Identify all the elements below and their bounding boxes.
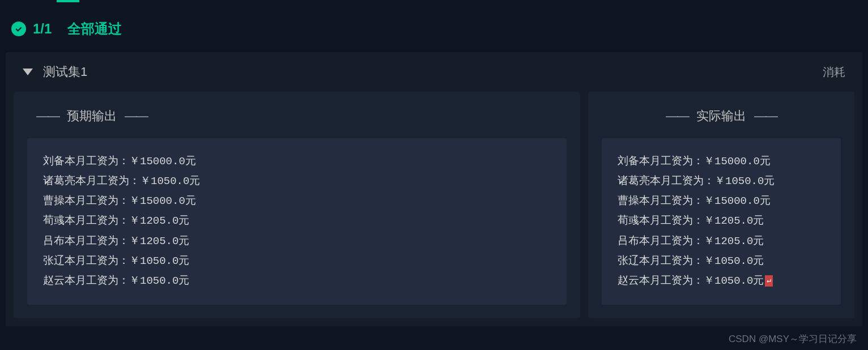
actual-label: 实际输出 bbox=[693, 108, 750, 125]
output-line: 张辽本月工资为：￥1050.0元 bbox=[43, 251, 551, 271]
status-bar: 1/1 全部通过 bbox=[0, 0, 868, 52]
dash-right-icon: —— bbox=[125, 109, 147, 123]
output-line: 刘备本月工资为：￥15000.0元 bbox=[618, 152, 825, 172]
caret-down-icon bbox=[23, 69, 33, 75]
expected-output-box: 刘备本月工资为：￥15000.0元诸葛亮本月工资为：￥1050.0元曹操本月工资… bbox=[27, 138, 567, 305]
pass-label: 全部通过 bbox=[67, 20, 122, 38]
output-line: 曹操本月工资为：￥15000.0元 bbox=[618, 191, 825, 211]
actual-label-wrap: —— 实际输出 —— bbox=[588, 92, 854, 138]
watermark: CSDN @MSY～学习日记分享 bbox=[729, 332, 857, 345]
check-circle-icon bbox=[11, 22, 26, 36]
dash-left-icon: —— bbox=[36, 109, 59, 123]
output-line: 吕布本月工资为：￥1205.0元 bbox=[618, 232, 825, 251]
expected-label: 预期输出 bbox=[63, 108, 120, 125]
actual-output-box: 刘备本月工资为：￥15000.0元诸葛亮本月工资为：￥1050.0元曹操本月工资… bbox=[602, 138, 841, 305]
output-container: —— 预期输出 —— 刘备本月工资为：￥15000.0元诸葛亮本月工资为：￥10… bbox=[6, 92, 862, 326]
output-line: 张辽本月工资为：￥1050.0元 bbox=[618, 251, 825, 271]
output-line: 荀彧本月工资为：￥1205.0元 bbox=[43, 211, 551, 231]
output-line: 吕布本月工资为：￥1205.0元 bbox=[43, 232, 551, 251]
test-header-left: 测试集1 bbox=[23, 63, 87, 80]
output-line: 曹操本月工资为：￥15000.0元 bbox=[43, 191, 551, 211]
output-line: 诸葛亮本月工资为：￥1050.0元 bbox=[43, 172, 551, 191]
dash-right-icon: —— bbox=[754, 109, 777, 123]
output-line: 荀彧本月工资为：￥1205.0元 bbox=[618, 211, 825, 231]
eol-marker-icon: ↵ bbox=[765, 275, 773, 287]
output-line: 诸葛亮本月工资为：￥1050.0元 bbox=[618, 172, 825, 191]
expected-panel: —— 预期输出 —— 刘备本月工资为：￥15000.0元诸葛亮本月工资为：￥10… bbox=[14, 92, 580, 318]
expected-label-wrap: —— 预期输出 —— bbox=[14, 92, 580, 138]
pass-count: 1/1 bbox=[33, 21, 52, 37]
dash-left-icon: —— bbox=[666, 109, 688, 123]
test-panel: 测试集1 消耗 —— 预期输出 —— 刘备本月工资为：￥15000.0元诸葛亮本… bbox=[6, 52, 862, 326]
test-consume-label: 消耗 bbox=[823, 65, 845, 80]
actual-panel: —— 实际输出 —— 刘备本月工资为：￥15000.0元诸葛亮本月工资为：￥10… bbox=[588, 92, 854, 318]
test-header[interactable]: 测试集1 消耗 bbox=[6, 52, 862, 92]
output-line: 赵云本月工资为：￥1050.0元↵ bbox=[618, 271, 825, 291]
test-title: 测试集1 bbox=[43, 63, 87, 80]
output-line: 赵云本月工资为：￥1050.0元 bbox=[43, 271, 551, 291]
output-line: 刘备本月工资为：￥15000.0元 bbox=[43, 152, 551, 172]
tab-indicator bbox=[57, 0, 79, 2]
